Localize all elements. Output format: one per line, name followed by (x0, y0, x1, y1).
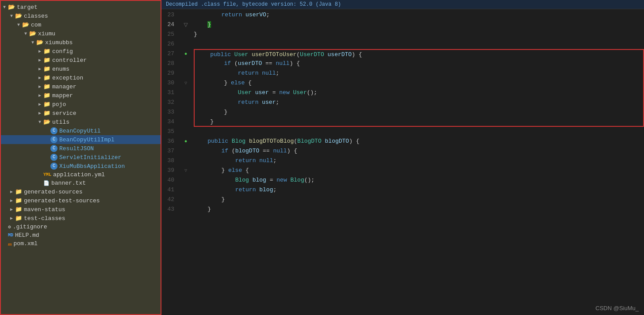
tree-label-ResultJSON: ResultJSON (59, 145, 94, 152)
tree-label-com: com (31, 22, 41, 28)
tree-item-classes[interactable]: 📂classes (1, 11, 161, 20)
tree-arrow-mapper (36, 93, 43, 98)
yaml-icon-application.yml: YML (43, 172, 51, 177)
folder-icon-generated-test-sources: 📁 (15, 197, 22, 204)
line-num-36: 36 (161, 137, 178, 146)
tree-item-ResultJSON[interactable]: CResultJSON (1, 144, 161, 153)
tree-label-banner.txt: banner.txt (51, 180, 86, 186)
tree-item-.gitignore[interactable]: ⚙️.gitignore (1, 223, 161, 231)
code-line-41: return blog; (194, 185, 644, 195)
code-line-37: if (blogDTO == null) { (194, 146, 644, 156)
gutter-cell-23 (181, 10, 190, 20)
gutter-cell-37 (181, 146, 190, 156)
tree-item-HELP.md[interactable]: MDHELP.md (1, 231, 161, 239)
tree-label-ServletInitializer: ServletInitializer (59, 154, 121, 161)
tree-item-ServletInitializer[interactable]: CServletInitializer (1, 153, 161, 162)
line-num-28: 28 (161, 59, 178, 68)
tree-label-generated-sources: generated-sources (24, 189, 83, 195)
code-line-40: Blog blog = new Blog(); (194, 175, 644, 185)
gutter-cell-25 (181, 30, 190, 39)
tree-item-target[interactable]: 📂target (1, 3, 161, 11)
class-icon-ServletInitializer: C (50, 154, 58, 161)
gutter-cell-40 (181, 175, 190, 185)
code-line-25: } (194, 30, 644, 39)
tree-item-generated-test-sources[interactable]: 📁generated-test-sources (1, 196, 161, 205)
git-icon-.gitignore: ⚙️ (8, 224, 11, 230)
tree-item-xiumu[interactable]: 📂xiumu (1, 29, 161, 38)
xml-icon-pom.xml: m (8, 241, 12, 247)
folder-icon-controller: 📁 (43, 57, 50, 64)
fold-marker-30[interactable]: ▽ (184, 80, 187, 86)
folder-icon-xiumu: 📂 (29, 30, 36, 37)
tree-item-banner.txt[interactable]: 📄banner.txt (1, 179, 161, 187)
code-line-38: return null; (194, 156, 644, 166)
folder-icon-mapper: 📁 (43, 92, 50, 99)
tree-item-application.yml[interactable]: YMLapplication.yml (1, 171, 161, 179)
tree-item-enums[interactable]: 📁enums (1, 65, 161, 73)
tree-item-xiumubbs[interactable]: 📂xiumubbs (1, 38, 161, 47)
code-line-31: User user = new User(); (194, 88, 644, 98)
tree-item-mapper[interactable]: 📁mapper (1, 91, 161, 100)
line-numbers: 2324252627282930313233343536373839404142… (161, 9, 181, 214)
code-area: 2324252627282930313233343536373839404142… (161, 9, 644, 214)
line-num-31: 31 (161, 88, 178, 98)
tree-arrow-generated-test-sources (8, 198, 15, 203)
gutter-cell-41 (181, 185, 190, 195)
gutter-cell-28 (181, 59, 190, 68)
folder-icon-enums: 📁 (43, 65, 50, 72)
tree-arrow-pojo (36, 102, 43, 107)
line-num-40: 40 (161, 175, 178, 185)
folder-icon-target: 📂 (8, 4, 15, 11)
tree-item-test-classes[interactable]: 📁test-classes (1, 214, 161, 223)
class-icon-XiuMuBbsApplication: C (50, 163, 58, 170)
file-tree[interactable]: 📂target📂classes📂com📂xiumu📂xiumubbs📁confi… (0, 0, 161, 315)
tree-item-pojo[interactable]: 📁pojo (1, 100, 161, 109)
line-num-23: 23 (161, 10, 178, 20)
tree-arrow-enums (36, 66, 43, 72)
tree-label-application.yml: application.yml (53, 171, 105, 178)
fold-marker-39[interactable]: ▽ (184, 168, 187, 173)
tree-item-exception[interactable]: 📁exception (1, 73, 161, 82)
tree-item-pom.xml[interactable]: mpom.xml (1, 239, 161, 248)
tree-item-maven-status[interactable]: 📁maven-status (1, 205, 161, 214)
tree-label-mapper: mapper (52, 92, 73, 99)
tree-arrow-utils (36, 120, 43, 125)
code-line-32: return user; (194, 98, 644, 107)
gutter-cell-31 (181, 88, 190, 98)
txt-icon-banner.txt: 📄 (43, 180, 50, 186)
code-line-26 (194, 39, 644, 49)
tree-arrow-target (1, 5, 8, 10)
cursor-marker: ▽ (184, 20, 188, 29)
line-num-25: 25 (161, 30, 178, 39)
tree-label-classes: classes (24, 13, 48, 19)
tree-label-XiuMuBbsApplication: XiuMuBbsApplication (59, 163, 125, 170)
tree-arrow-service (36, 110, 43, 116)
tree-item-com[interactable]: 📂com (1, 20, 161, 29)
class-icon-BeanCopyUtilImpl: C (50, 136, 58, 143)
gutter: ▽●▽●▽ (181, 9, 190, 214)
line-num-24: 24 (161, 20, 178, 30)
tree-item-config[interactable]: 📁config (1, 47, 161, 56)
gutter-cell-30: ▽ (181, 78, 190, 88)
folder-icon-config: 📁 (43, 48, 50, 55)
tree-label-generated-test-sources: generated-test-sources (24, 197, 100, 204)
folder-icon-exception: 📁 (43, 74, 50, 81)
tree-item-XiuMuBbsApplication[interactable]: CXiuMuBbsApplication (1, 162, 161, 171)
tree-label-manager: manager (52, 83, 77, 90)
tree-arrow-manager (36, 84, 43, 89)
code-lines: return userVO; }} public User userDTOToU… (190, 9, 644, 214)
code-line-35 (194, 127, 644, 137)
folder-icon-utils: 📂 (43, 118, 50, 125)
tree-item-controller[interactable]: 📁controller (1, 56, 161, 65)
change-marker-36: ● (184, 139, 188, 144)
tree-item-BeanCopyUtilImpl[interactable]: CBeanCopyUtilImpl (1, 135, 161, 144)
tree-label-enums: enums (52, 66, 69, 72)
tree-item-BeanCopyUtil[interactable]: CBeanCopyUtil (1, 126, 161, 135)
tree-item-manager[interactable]: 📁manager (1, 82, 161, 91)
folder-icon-xiumubbs: 📂 (36, 39, 43, 46)
code-line-23: return userVO; (194, 10, 644, 20)
tree-item-service[interactable]: 📁service (1, 109, 161, 118)
tree-item-utils[interactable]: 📂utils (1, 118, 161, 126)
tree-item-generated-sources[interactable]: 📁generated-sources (1, 187, 161, 196)
tree-label-BeanCopyUtilImpl: BeanCopyUtilImpl (59, 137, 115, 143)
